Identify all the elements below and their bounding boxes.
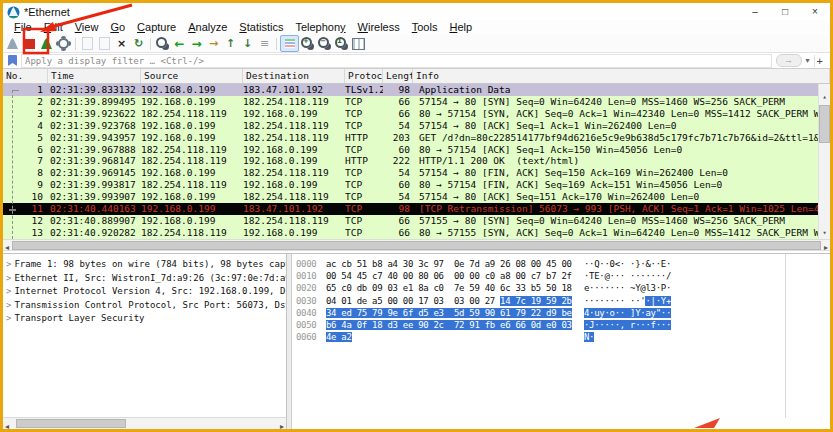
hex-row[interactable]: 0050b6 4a 0f 18 d3 ee 90 2c 72 91 fb e6 … — [296, 319, 785, 331]
open-file-icon[interactable] — [79, 36, 96, 51]
col-header-time[interactable]: Time — [48, 69, 141, 83]
detail-line[interactable]: >Transmission Control Protocol, Src Port… — [6, 299, 286, 313]
scroll-up-icon[interactable] — [822, 84, 826, 103]
zoom-original-icon[interactable]: 1 — [333, 36, 350, 51]
hex-ascii: 4·uy·o·· ]Y·ay"·· — [584, 307, 671, 319]
display-filter-input[interactable] — [21, 54, 772, 68]
packet-row[interactable]: 902:31:39.993817182.254.118.119192.168.0… — [3, 179, 830, 191]
colorize-icon[interactable] — [280, 35, 299, 52]
stop-capture-icon[interactable] — [21, 36, 38, 51]
hex-ascii: ········ ··'·|·Y+ — [584, 295, 671, 307]
packet-bytes-pane[interactable]: 0000ac cb 51 b8 a4 30 3c 97 0e 7d a9 26 … — [292, 254, 830, 429]
go-back-icon[interactable]: ← — [171, 36, 188, 51]
hex-row[interactable]: 004034 ed 75 79 9e 6f d5 e3 5d 59 90 61 … — [296, 307, 785, 319]
menu-help[interactable]: Help — [443, 20, 478, 35]
col-header-length[interactable]: Length — [383, 69, 413, 83]
cell-destination: 182.254.118.119 — [243, 96, 345, 108]
detail-line[interactable]: >Internet Protocol Version 4, Src: 192.1… — [6, 285, 286, 299]
packet-row[interactable]: 802:31:39.969145192.168.0.199182.254.118… — [3, 167, 830, 179]
packet-row[interactable]: 702:31:39.968147182.254.118.119192.168.0… — [3, 155, 830, 167]
menu-view[interactable]: View — [69, 20, 105, 35]
packet-row[interactable]: 1202:31:40.889907192.168.0.199182.254.11… — [3, 215, 830, 227]
detail-line[interactable]: >Ethernet II, Src: WistronI_7d:a9:26 (3c… — [6, 272, 286, 286]
cell-destination: 192.168.0.199 — [243, 144, 345, 156]
packet-row[interactable]: 102:31:39.833132192.168.0.199183.47.101.… — [3, 84, 830, 96]
packet-row[interactable]: 502:31:39.943957192.168.0.199182.254.118… — [3, 132, 830, 144]
scroll-right-icon[interactable] — [280, 415, 284, 430]
close-button[interactable]: × — [800, 4, 830, 20]
go-to-packet-icon[interactable]: → — [205, 36, 222, 51]
hex-row[interactable]: 001000 54 45 c7 40 00 80 06 00 00 c0 a8 … — [296, 270, 785, 282]
menu-analyze[interactable]: Analyze — [182, 20, 233, 35]
details-hscrollbar[interactable] — [3, 417, 286, 429]
auto-scroll-icon[interactable]: ≡ — [256, 36, 273, 51]
packet-row[interactable]: 202:31:39.899495192.168.0.199182.254.118… — [3, 96, 830, 108]
capture-options-icon[interactable] — [55, 36, 72, 51]
packet-list-header: No.TimeSourceDestinationProtocolLengthIn… — [3, 69, 830, 84]
window-title: *Ethernet — [24, 6, 70, 18]
start-capture-icon[interactable] — [4, 36, 21, 51]
packet-list-hscrollbar[interactable] — [3, 239, 830, 251]
packet-list-vscrollbar[interactable] — [818, 84, 830, 239]
hex-row[interactable]: 002065 c0 db 09 03 e1 8a c0 7e 59 40 6c … — [296, 282, 785, 294]
packet-row[interactable]: 1102:31:40.440163192.168.0.199183.47.101… — [3, 203, 830, 215]
col-header-info[interactable]: Info — [413, 69, 830, 83]
cell-source: 182.254.118.119 — [141, 108, 243, 120]
menu-telephony[interactable]: Telephony — [289, 20, 351, 35]
detail-line[interactable]: >Transport Layer Security — [6, 312, 286, 326]
bookmark-icon[interactable] — [8, 55, 17, 66]
menu-statistics[interactable]: Statistics — [233, 20, 289, 35]
hex-row[interactable]: 00604e a2N· — [296, 331, 785, 343]
menu-go[interactable]: Go — [104, 20, 131, 35]
go-first-icon[interactable]: ↑ — [222, 36, 239, 51]
menu-file[interactable]: File — [8, 20, 38, 35]
minimize-button[interactable]: – — [740, 4, 770, 20]
add-filter-button[interactable]: + — [814, 55, 827, 67]
restart-capture-icon[interactable] — [38, 36, 55, 51]
vscroll-thumb[interactable] — [819, 105, 830, 143]
details-hscroll-thumb[interactable] — [16, 419, 126, 428]
filter-dropdown-caret-icon[interactable]: ▾ — [802, 56, 814, 65]
cell-time: 02:31:39.967888 — [48, 144, 141, 156]
packet-row[interactable]: 602:31:39.967888182.254.118.119192.168.0… — [3, 144, 830, 156]
menu-edit[interactable]: Edit — [38, 20, 69, 35]
menu-wireless[interactable]: Wireless — [352, 20, 406, 35]
apply-filter-button[interactable]: → — [776, 54, 802, 67]
scroll-down-icon[interactable] — [822, 220, 826, 239]
cell-time: 02:31:40.440163 — [48, 203, 141, 215]
packet-list: No.TimeSourceDestinationProtocolLengthIn… — [3, 69, 830, 239]
detail-line[interactable]: >Frame 1: 98 bytes on wire (784 bits), 9… — [6, 258, 286, 272]
find-packet-icon[interactable] — [154, 36, 171, 51]
zoom-in-icon[interactable]: + — [299, 36, 316, 51]
save-file-icon[interactable] — [96, 36, 113, 51]
packet-row[interactable]: 1002:31:39.993907192.168.0.199182.254.11… — [3, 191, 830, 203]
col-header-no[interactable]: No. — [3, 69, 48, 83]
packet-row[interactable]: 302:31:39.923622182.254.118.119192.168.0… — [3, 108, 830, 120]
maximize-button[interactable]: □ — [770, 4, 800, 20]
hex-row[interactable]: 0000ac cb 51 b8 a4 30 3c 97 0e 7d a9 26 … — [296, 258, 785, 270]
hscroll-thumb[interactable] — [12, 241, 821, 250]
related-packets-line — [12, 90, 13, 239]
cell-no: 4 — [3, 120, 48, 132]
col-header-destination[interactable]: Destination — [243, 69, 345, 83]
packet-details-pane[interactable]: >Frame 1: 98 bytes on wire (784 bits), 9… — [3, 254, 287, 429]
col-header-protocol[interactable]: Protocol — [345, 69, 383, 83]
cell-destination: 192.168.0.199 — [243, 227, 345, 239]
menu-capture[interactable]: Capture — [131, 20, 182, 35]
go-forward-icon[interactable]: → — [188, 36, 205, 51]
packet-row[interactable]: 1302:31:40.920282182.254.118.119192.168.… — [3, 227, 830, 239]
hex-row[interactable]: 003004 01 de a5 00 00 17 03 03 00 27 14 … — [296, 295, 785, 307]
col-header-source[interactable]: Source — [141, 69, 243, 83]
close-file-icon[interactable]: × — [113, 36, 130, 51]
menu-tools[interactable]: Tools — [406, 20, 444, 35]
reload-icon[interactable]: ↻ — [130, 36, 147, 51]
cell-no: 3 — [3, 108, 48, 120]
wireshark-window: *Ethernet –□× FileEditViewGoCaptureAnaly… — [0, 0, 833, 432]
resize-columns-icon[interactable] — [350, 36, 367, 51]
go-last-icon[interactable]: ↓ — [239, 36, 256, 51]
scroll-left-icon[interactable] — [5, 415, 9, 430]
cell-no: 7 — [3, 155, 48, 167]
zoom-out-icon[interactable]: − — [316, 36, 333, 51]
cell-time: 02:31:39.969145 — [48, 167, 141, 179]
packet-row[interactable]: 402:31:39.923768192.168.0.199182.254.118… — [3, 120, 830, 132]
